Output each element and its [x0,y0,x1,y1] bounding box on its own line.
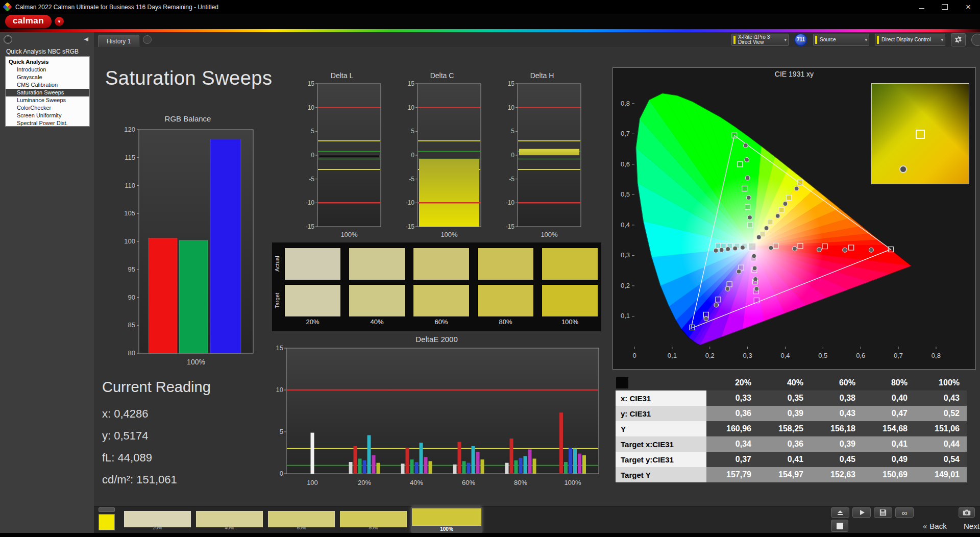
eject-button[interactable] [831,507,849,518]
chart-title: CIE 1931 xy [613,70,975,80]
play-icon [860,510,865,515]
sidebar-item-saturation-sweeps[interactable]: Saturation Sweeps [6,89,89,96]
pattern-options-button[interactable] [99,507,115,512]
next-label: Next [964,522,979,530]
cie-zoom-inset [871,83,969,184]
stop-icon [837,523,843,529]
svg-text:90: 90 [128,294,135,301]
table-cell: 0,38 [811,390,863,406]
display-patch-100%[interactable]: 100% [411,506,482,533]
table-cell: 0,54 [915,452,967,467]
tab-history-1[interactable]: History 1 [98,35,139,47]
svg-text:-5: -5 [509,176,514,183]
svg-text:0,8: 0,8 [621,100,630,107]
table-row: Target Y157,79154,97152,63150,69149,01 [616,467,967,482]
inset-target-marker [916,130,925,139]
svg-text:0,8: 0,8 [932,352,941,359]
meter-name: X-Rite i1Pro 3 [738,35,780,40]
chevron-down-icon: ▾ [784,37,787,42]
sidebar-item-cms-calibration[interactable]: CMS Calibration [6,81,89,89]
sidebar-item-colorchecker[interactable]: ColorChecker [6,104,89,112]
table-row: Y160,96158,25156,18154,68151,06 [616,421,967,436]
patch-label: 60% [267,525,336,530]
reading-cdm2: cd/m²: 151,061 [102,469,211,491]
settings-button[interactable] [951,33,966,46]
table-row-label: Target Y [616,467,706,482]
sidebar-collapse-button[interactable]: ◀ [84,36,88,42]
logo-menu-button[interactable]: ▼ [55,17,64,26]
svg-text:40%: 40% [410,479,423,486]
back-label: Back [929,522,946,530]
table-column-header: 80% [863,375,915,390]
svg-text:100%: 100% [541,231,558,238]
table-cell: 154,68 [863,421,915,436]
page-title: Saturation Sweeps [105,67,272,89]
svg-text:0,1: 0,1 [668,352,677,359]
svg-text:0,7: 0,7 [621,130,630,137]
screenshot-button[interactable] [959,507,975,518]
sidebar-item-grayscale[interactable]: Grayscale [6,74,89,81]
chart-plot: 151050-5-10-15100% [400,80,484,241]
sidebar-item-luminance-sweeps[interactable]: Luminance Sweeps [6,96,89,104]
pattern-bar: 20%40%60%80%100% ∞ « Back Next » [94,506,980,533]
table-column-header: 60% [811,375,863,390]
svg-text:120: 120 [124,126,135,133]
edge-panel-button[interactable] [971,34,980,46]
svg-text:100%: 100% [440,231,458,238]
table-cell: 0,41 [758,452,811,467]
chart-plot: 12011511010510095908580100% [119,125,256,371]
swatch-row-label: Actual [274,248,282,280]
display-control-dropdown[interactable]: Direct Display Control ▾ [875,34,945,46]
minimize-button[interactable] [910,0,933,14]
table-cell: 0,52 [915,406,967,421]
table-cell: 0,43 [811,406,863,421]
next-button[interactable]: Next » [964,520,980,532]
display-patch-20%[interactable]: 20% [123,508,192,531]
back-button[interactable]: « Back [923,520,947,532]
actual-target-swatches: ActualTarget20%40%60%80%100% [272,242,601,331]
svg-text:10: 10 [508,104,515,111]
table-row-label: x: CIE31 [616,390,706,406]
display-patch-40%[interactable]: 40% [195,508,264,531]
sidebar-item-introduction[interactable]: Introduction [6,66,89,74]
source-dropdown[interactable]: Source ▾ [813,34,869,46]
svg-text:-15: -15 [406,223,415,230]
close-button[interactable]: × [957,0,980,14]
meter-dropdown[interactable]: X-Rite i1Pro 3 Direct View ▾ [731,34,789,46]
display-control-accent [877,36,879,44]
display-patch-60%[interactable]: 60% [267,508,336,531]
sidebar-item-spectral-power-dist-[interactable]: Spectral Power Dist. [6,119,89,127]
play-button[interactable] [852,507,871,518]
save-button[interactable] [874,507,892,518]
table-cell: 158,25 [758,421,811,436]
calman-logo[interactable]: calman [5,15,52,28]
stop-button[interactable] [831,520,848,532]
table-cell: 0,36 [758,436,811,452]
svg-text:0,1: 0,1 [621,312,630,320]
patch-label: 40% [195,525,264,530]
source-accent [815,36,817,44]
current-reading: Current Reading x: 0,4286 y: 0,5174 fL: … [102,379,211,491]
tree-root[interactable]: Quick Analysis [6,58,89,66]
minimize-icon [919,8,924,9]
window-title: Calman 2022 Calman Ultimate for Business… [15,4,218,11]
display-patch-80%[interactable]: 80% [339,508,408,531]
table-cell: 156,18 [811,421,863,436]
svg-text:105: 105 [124,209,135,217]
svg-text:0,4: 0,4 [621,221,630,229]
source-label: Source [820,37,861,42]
svg-text:20%: 20% [358,479,371,486]
sidebar-home-button[interactable] [4,35,12,44]
swatch-column-label: 40% [349,318,405,326]
tab-add-button[interactable] [143,35,152,44]
table-cell: 0,41 [863,436,915,452]
svg-text:5: 5 [280,428,283,435]
deltae-2000-chart: DeltaE 2000 15105010020%40%60%80%100% [272,335,601,496]
swatch-target-100% [542,284,598,317]
meter-link-button[interactable]: ∞ [895,507,914,518]
meter-status-badge[interactable]: 711 [794,33,807,46]
sidebar-item-screen-uniformity[interactable]: Screen Uniformity [6,112,89,119]
maximize-button[interactable] [933,0,957,14]
table-cell: 0,35 [758,390,811,406]
meter-accent [733,36,736,44]
